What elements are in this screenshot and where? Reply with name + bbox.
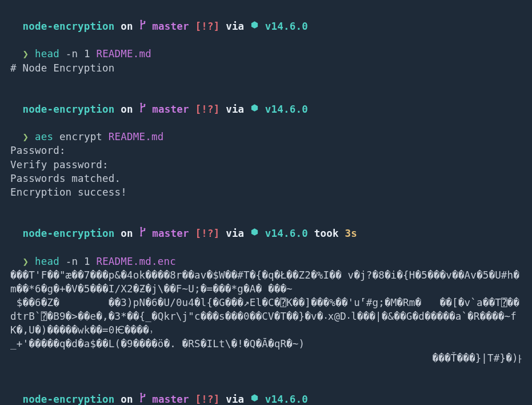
git-branch-icon bbox=[139, 19, 146, 30]
command-args: -n 1 bbox=[66, 256, 90, 267]
command-file: README.md.enc bbox=[96, 256, 176, 267]
command-name: head bbox=[35, 48, 59, 59]
command-name: aes bbox=[35, 131, 53, 142]
command-name: head bbox=[35, 256, 59, 267]
node-hex-icon bbox=[250, 20, 259, 30]
blank-line bbox=[10, 75, 522, 89]
git-status: [!?] bbox=[195, 228, 219, 239]
output-line: # Node Encryption bbox=[10, 61, 522, 75]
git-status: [!?] bbox=[195, 104, 219, 115]
svg-point-4 bbox=[140, 102, 142, 104]
svg-point-0 bbox=[140, 20, 142, 22]
node-hex-icon bbox=[250, 393, 259, 403]
output-line: $��6�Z� ��3)pN�6�U/0u4�l{�G���↗El�C�⍰K��… bbox=[10, 296, 522, 337]
prompt-via: via bbox=[226, 21, 244, 32]
prompt-on: on bbox=[121, 104, 133, 115]
node-hex-icon bbox=[250, 227, 259, 237]
output-line: Passwords matched. bbox=[10, 172, 522, 185]
blank-line bbox=[10, 365, 522, 379]
node-version: v14.6.0 bbox=[265, 228, 308, 239]
svg-point-14 bbox=[143, 394, 145, 395]
prompt-dir: node-encryption bbox=[22, 21, 114, 32]
output-line: Password: bbox=[10, 144, 522, 157]
prompt-line: node-encryption on master [!?] via v14.6… bbox=[10, 379, 522, 405]
output-line: Encryption success! bbox=[10, 185, 522, 199]
node-hex-icon bbox=[250, 103, 259, 113]
svg-marker-15 bbox=[251, 394, 258, 402]
git-branch-icon bbox=[139, 227, 146, 237]
prompt-duration: 3s bbox=[345, 228, 357, 239]
prompt-dir: node-encryption bbox=[22, 228, 114, 239]
svg-point-6 bbox=[143, 104, 145, 105]
svg-marker-3 bbox=[251, 21, 258, 29]
prompt-via: via bbox=[226, 228, 244, 239]
prompt-line: node-encryption on master [!?] via v14.6… bbox=[10, 213, 522, 240]
svg-point-5 bbox=[140, 110, 142, 112]
git-branch-icon bbox=[139, 102, 146, 113]
prompt-took: took bbox=[314, 228, 339, 239]
prompt-arrow-icon: ❯ bbox=[22, 256, 29, 267]
output-line: Verify password: bbox=[10, 158, 522, 172]
prompt-via: via bbox=[226, 394, 244, 405]
git-branch: master bbox=[152, 21, 189, 32]
prompt-on: on bbox=[121, 228, 133, 239]
git-branch: master bbox=[152, 104, 189, 115]
svg-point-13 bbox=[140, 400, 142, 402]
node-version: v14.6.0 bbox=[265, 394, 308, 405]
prompt-line: node-encryption on master [!?] via v14.6… bbox=[10, 89, 522, 116]
command-line[interactable]: ❯ head -n 1 README.md.enc bbox=[10, 240, 522, 268]
command-line[interactable]: ❯ aes encrypt README.md bbox=[10, 116, 522, 144]
prompt-line: node-encryption on master [!?] via v14.6… bbox=[10, 6, 522, 33]
svg-point-2 bbox=[143, 21, 145, 23]
svg-marker-7 bbox=[251, 104, 258, 112]
svg-point-10 bbox=[143, 228, 145, 230]
command-file: README.md bbox=[109, 131, 164, 142]
prompt-arrow-icon: ❯ bbox=[22, 131, 29, 142]
prompt-on: on bbox=[121, 394, 133, 405]
svg-marker-11 bbox=[251, 229, 258, 236]
command-line[interactable]: ❯ head -n 1 README.md bbox=[10, 33, 522, 61]
output-line: ���T'F��"æ��7���p&�4ok����8r��av�$W��#T�… bbox=[10, 268, 522, 296]
prompt-dir: node-encryption bbox=[22, 104, 114, 115]
prompt-via: via bbox=[226, 104, 244, 115]
prompt-arrow-icon: ❯ bbox=[22, 48, 29, 59]
svg-point-8 bbox=[140, 227, 142, 229]
output-line: _+'�����q�d�a$��L(�9����ö�. �RS�ILt\�!�Q… bbox=[10, 337, 522, 351]
svg-point-1 bbox=[140, 28, 142, 30]
git-branch-icon bbox=[139, 392, 146, 403]
prompt-on: on bbox=[121, 21, 133, 32]
svg-point-12 bbox=[140, 392, 142, 394]
svg-point-9 bbox=[140, 235, 142, 237]
node-version: v14.6.0 bbox=[265, 21, 308, 32]
git-branch: master bbox=[152, 394, 189, 405]
node-version: v14.6.0 bbox=[265, 104, 308, 115]
git-branch: master bbox=[152, 228, 189, 239]
command-file: README.md bbox=[96, 48, 151, 59]
prompt-dir: node-encryption bbox=[22, 394, 114, 405]
git-status: [!?] bbox=[195, 394, 219, 405]
git-status: [!?] bbox=[195, 21, 219, 32]
command-args: encrypt bbox=[59, 131, 102, 142]
output-line: ���Ť���}|T#}�)⸠ bbox=[10, 351, 522, 365]
blank-line bbox=[10, 199, 522, 213]
command-args: -n 1 bbox=[66, 48, 90, 59]
